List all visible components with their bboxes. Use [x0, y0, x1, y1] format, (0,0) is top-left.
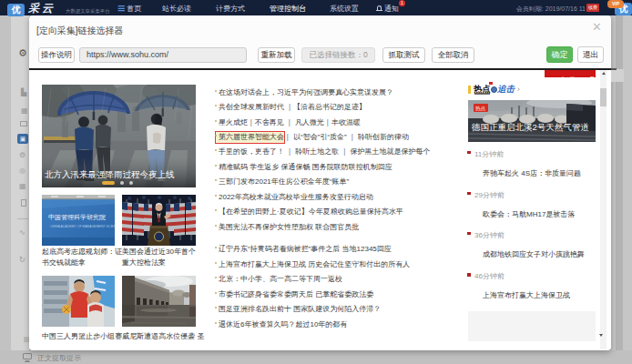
- svg-text:热点: 热点: [475, 106, 486, 111]
- svg-text:德国正重启北溪2号天然气管道: 德国正重启北溪2号天然气管道: [471, 122, 589, 132]
- svg-text:北方入汛来最强降雨过程今夜上线: 北方入汛来最强降雨过程今夜上线: [45, 169, 175, 179]
- svg-text:CHINA ACADEMY OF MANAGEMENT SC: CHINA ACADEMY OF MANAGEMENT SCIENCE: [50, 225, 115, 228]
- svg-text:中国管理科学研究院: 中国管理科学研究院: [48, 214, 106, 221]
